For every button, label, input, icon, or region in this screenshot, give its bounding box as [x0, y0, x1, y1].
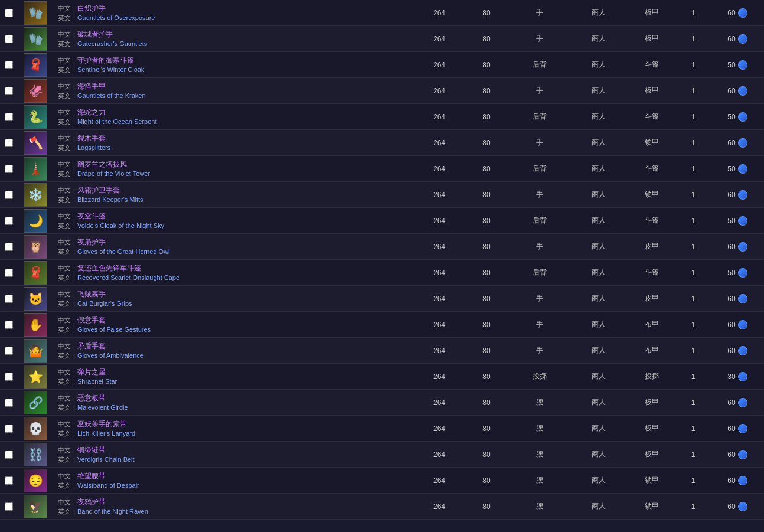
item-icon-19: 😔: [24, 469, 47, 492]
item-level-5: 80: [463, 113, 510, 121]
price-value-8: 60: [727, 191, 735, 199]
item-source-20: 商人: [569, 501, 628, 511]
row-checkbox-18[interactable]: [5, 451, 13, 459]
item-slot-20: 腰: [510, 501, 569, 511]
item-ilvl-4: 264: [416, 87, 463, 95]
item-icon-col: 🦅: [18, 495, 53, 518]
row-checkbox-17[interactable]: [5, 425, 13, 433]
item-count-14: 1: [675, 347, 711, 355]
table-row: 🦅 中文：夜鸦护带 英文：Band of the Night Raven 264…: [0, 494, 764, 520]
table-row: 🤷 中文：矛盾手套 英文：Gloves of Ambivalence 264 8…: [0, 338, 764, 364]
item-count-4: 1: [675, 87, 711, 95]
table-row: 🧣 中文：复还血色先锋军斗篷 英文：Recovered Scarlet Onsl…: [0, 260, 764, 286]
item-count-17: 1: [675, 425, 711, 433]
row-checkbox-13[interactable]: [5, 321, 13, 329]
item-ilvl-18: 264: [416, 451, 463, 459]
item-price-19: 60: [711, 476, 764, 485]
item-slot-1: 手: [510, 8, 569, 18]
row-checkbox-14[interactable]: [5, 347, 13, 355]
item-icon-12: 🐱: [24, 287, 47, 311]
row-checkbox-15[interactable]: [5, 373, 13, 381]
currency-icon-10: [738, 242, 747, 252]
item-icon-6: 🪓: [24, 131, 47, 155]
currency-icon-15: [738, 372, 747, 381]
item-ilvl-1: 264: [416, 9, 463, 17]
row-checkbox-9[interactable]: [5, 217, 13, 225]
row-checkbox-6[interactable]: [5, 139, 13, 147]
row-checkbox-col: [0, 347, 18, 355]
currency-icon-11: [738, 268, 747, 278]
item-level-8: 80: [463, 191, 510, 199]
item-ilvl-20: 264: [416, 502, 463, 511]
row-checkbox-5[interactable]: [5, 113, 13, 121]
item-count-11: 1: [675, 269, 711, 277]
item-ilvl-6: 264: [416, 139, 463, 147]
item-source-12: 商人: [569, 293, 628, 303]
item-icon-col: 🧣: [18, 261, 53, 285]
item-en-name-17: 英文：Lich Killer's Lanyard: [58, 429, 411, 438]
row-checkbox-16[interactable]: [5, 399, 13, 407]
table-row: 🔗 中文：恶意板带 英文：Malevolent Girdle 264 80 腰 …: [0, 390, 764, 416]
currency-icon-20: [738, 502, 747, 511]
row-checkbox-2[interactable]: [5, 35, 13, 43]
item-slot-18: 腰: [510, 449, 569, 459]
item-icon-10: 🦉: [24, 235, 47, 259]
item-price-14: 60: [711, 346, 764, 355]
item-type-10: 皮甲: [628, 241, 675, 252]
table-row: 🦉 中文：夜枭护手 英文：Gloves of the Great Horned …: [0, 234, 764, 260]
item-icon-col: 🗼: [18, 157, 53, 181]
item-ilvl-19: 264: [416, 476, 463, 485]
row-checkbox-col: [0, 9, 18, 17]
row-checkbox-col: [0, 243, 18, 251]
item-source-10: 商人: [569, 241, 628, 252]
item-name-col-17: 中文：巫妖杀手的索带 英文：Lich Killer's Lanyard: [53, 417, 416, 440]
item-en-name-8: 英文：Blizzard Keeper's Mitts: [58, 195, 411, 204]
item-en-name-4: 英文：Gauntlets of the Kraken: [58, 92, 411, 100]
row-checkbox-8[interactable]: [5, 191, 13, 199]
item-en-name-7: 英文：Drape of the Violet Tower: [58, 169, 411, 178]
item-price-10: 60: [711, 242, 764, 252]
item-en-name-13: 英文：Gloves of False Gestures: [58, 325, 411, 334]
row-checkbox-1[interactable]: [5, 9, 13, 17]
item-source-11: 商人: [569, 267, 628, 278]
item-icon-17: 💀: [24, 417, 47, 440]
item-slot-11: 后背: [510, 267, 569, 278]
item-name-col-18: 中文：铜绿链带 英文：Verdigris Chain Belt: [53, 443, 416, 466]
row-checkbox-col: [0, 425, 18, 433]
item-icon-col: 🐍: [18, 105, 53, 129]
row-checkbox-col: [0, 61, 18, 69]
row-checkbox-col: [0, 373, 18, 381]
item-price-8: 60: [711, 190, 764, 200]
item-en-name-5: 英文：Might of the Ocean Serpent: [58, 118, 411, 126]
item-type-16: 板甲: [628, 397, 675, 407]
price-value-7: 50: [727, 165, 735, 173]
row-checkbox-3[interactable]: [5, 61, 13, 69]
table-row: 😔 中文：绝望腰带 英文：Waistband of Despair 264 80…: [0, 468, 764, 494]
price-value-2: 60: [727, 35, 735, 43]
item-type-9: 斗篷: [628, 216, 675, 226]
item-count-1: 1: [675, 9, 711, 17]
row-checkbox-10[interactable]: [5, 243, 13, 251]
item-type-11: 斗篷: [628, 267, 675, 278]
item-cn-name-10: 中文：夜枭护手: [58, 237, 411, 247]
item-icon-7: 🗼: [24, 157, 47, 181]
row-checkbox-11[interactable]: [5, 269, 13, 277]
item-name-col-9: 中文：夜空斗篷 英文：Volde's Cloak of the Night Sk…: [53, 209, 416, 233]
row-checkbox-col: [0, 502, 18, 511]
row-checkbox-col: [0, 476, 18, 485]
row-checkbox-7[interactable]: [5, 165, 13, 173]
item-source-8: 商人: [569, 190, 628, 200]
item-count-5: 1: [675, 113, 711, 121]
item-level-2: 80: [463, 35, 510, 43]
row-checkbox-19[interactable]: [5, 476, 13, 485]
currency-icon-19: [738, 476, 747, 485]
row-checkbox-20[interactable]: [5, 502, 13, 511]
row-checkbox-12[interactable]: [5, 295, 13, 303]
item-type-17: 板甲: [628, 423, 675, 433]
item-en-name-20: 英文：Band of the Night Raven: [58, 507, 411, 516]
item-source-5: 商人: [569, 112, 628, 122]
row-checkbox-4[interactable]: [5, 87, 13, 95]
currency-icon-7: [738, 164, 747, 174]
item-icon-13: ✋: [24, 313, 47, 337]
item-source-18: 商人: [569, 449, 628, 459]
